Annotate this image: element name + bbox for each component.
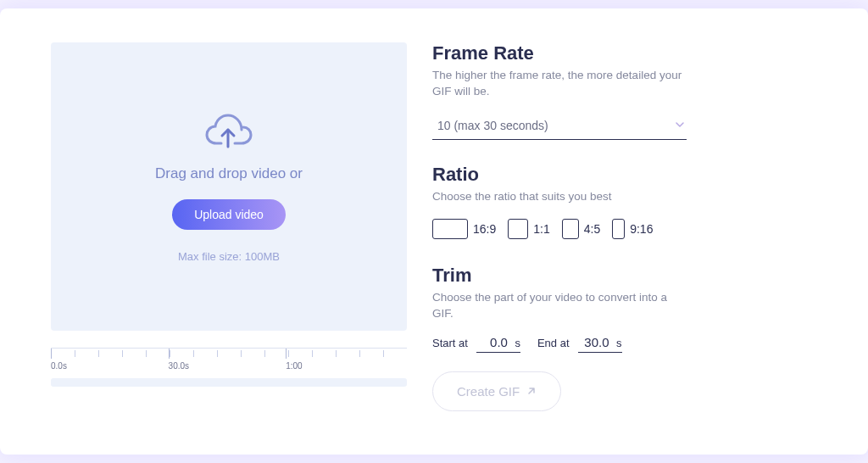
gif-editor-card: Drag and drop video or Upload video Max … <box>25 17 843 446</box>
tick-label: 1:00 <box>286 361 302 371</box>
ratio-title: Ratio <box>432 164 813 186</box>
ratio-label: 1:1 <box>533 222 549 236</box>
trim-start-value: 0.0 <box>490 335 508 349</box>
upload-video-button[interactable]: Upload video <box>172 199 286 230</box>
ratio-options: 16:9 1:1 4:5 9:16 <box>432 219 813 239</box>
ratio-box-icon <box>562 219 579 239</box>
frame-rate-title: Frame Rate <box>432 42 813 64</box>
ratio-box-icon <box>508 219 528 239</box>
ratio-option-9-16[interactable]: 9:16 <box>612 219 653 239</box>
ratio-label: 16:9 <box>473 222 496 236</box>
trim-end-label: End at <box>537 337 570 349</box>
dropzone-text: Drag and drop video or <box>155 165 303 182</box>
trim-fields: Start at 0.0 s End at 30.0 s <box>432 335 813 353</box>
chevron-down-icon <box>675 119 685 132</box>
create-gif-label: Create GIF <box>457 384 520 399</box>
trim-title: Trim <box>432 265 813 287</box>
cloud-upload-icon <box>204 111 253 155</box>
ratio-label: 4:5 <box>584 222 600 236</box>
ratio-desc: Choose the ratio that suits you best <box>432 189 687 205</box>
ratio-box-icon <box>612 219 625 239</box>
timeline-labels: 0.0s 30.0s 1:00 <box>51 361 407 377</box>
tick-label: 30.0s <box>169 361 189 371</box>
trim-desc: Choose the part of your video to convert… <box>432 290 687 322</box>
frame-rate-selected: 10 (max 30 seconds) <box>437 119 548 132</box>
timeline-scrub-bar[interactable] <box>51 378 407 387</box>
trim-unit: s <box>616 337 622 349</box>
frame-rate-select[interactable]: 10 (max 30 seconds) <box>432 114 687 140</box>
trim-end-value: 30.0 <box>584 335 609 349</box>
trim-unit: s <box>515 337 520 349</box>
ratio-label: 9:16 <box>630 222 653 236</box>
tick-label: 0.0s <box>51 361 67 371</box>
trim-start-input[interactable]: 0.0 s <box>476 335 520 353</box>
video-dropzone[interactable]: Drag and drop video or Upload video Max … <box>51 42 407 331</box>
ratio-option-1-1[interactable]: 1:1 <box>508 219 549 239</box>
trim-end-input[interactable]: 30.0 s <box>578 335 622 353</box>
arrow-up-right-icon <box>526 384 537 399</box>
left-column: Drag and drop video or Upload video Max … <box>51 42 407 421</box>
trim-start-label: Start at <box>432 337 468 349</box>
create-gif-button[interactable]: Create GIF <box>432 371 561 411</box>
timeline: 0.0s 30.0s 1:00 <box>51 348 407 387</box>
right-column: Frame Rate The higher the frame rate, th… <box>432 42 813 421</box>
ratio-option-16-9[interactable]: 16:9 <box>432 219 496 239</box>
max-file-size-text: Max file size: 100MB <box>178 250 280 263</box>
timeline-ticks <box>51 348 407 361</box>
frame-rate-desc: The higher the frame rate, the more deta… <box>432 68 687 100</box>
ratio-box-icon <box>432 219 468 239</box>
ratio-option-4-5[interactable]: 4:5 <box>562 219 600 239</box>
